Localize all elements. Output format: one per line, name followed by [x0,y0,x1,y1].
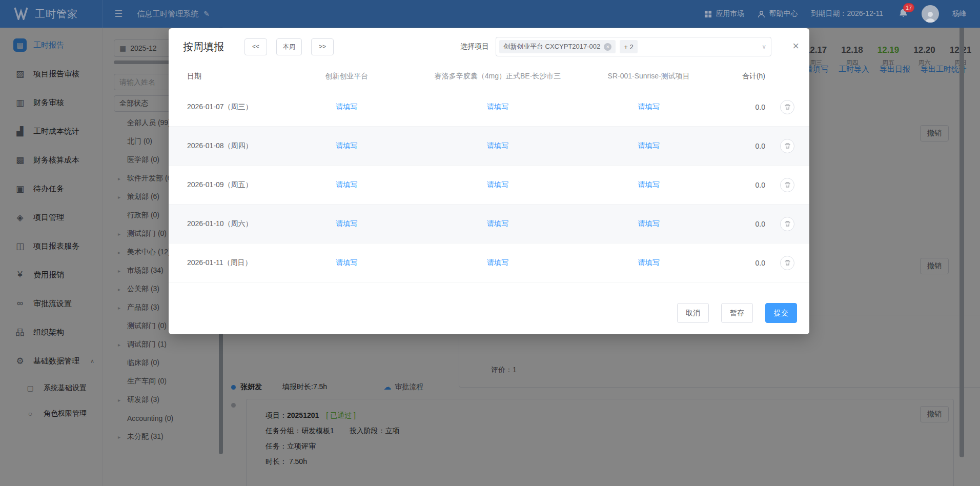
trash-icon [784,181,791,188]
fill-link[interactable]: 请填写 [487,219,508,228]
col-header-project-1: 创新创业平台 [271,72,422,81]
row-total: 0.0 [724,142,765,150]
edit-icon[interactable]: ✎ [203,10,210,18]
fill-link[interactable]: 请填写 [487,258,508,267]
delete-row-button[interactable] [780,217,794,231]
person-icon [758,10,765,18]
top-header: 工时管家 ☰ 信息工时管理系统 ✎ 应用市场 帮助中心 到期日期：2026-12… [0,0,980,28]
week-nav: << 本周 >> [244,38,334,55]
fill-link[interactable]: 请填写 [336,180,357,189]
delete-row-button[interactable] [780,100,794,114]
expiry-date: 到期日期：2026-12-11 [811,9,883,18]
fill-link[interactable]: 请填写 [638,180,660,189]
system-name-label: 信息工时管理系统 [137,9,198,19]
col-header-total: 合计(h) [724,72,765,81]
project-tag: 创新创业平台 CXCYPT2017-002 × [499,40,616,53]
row-date: 2026-01-10（周六） [169,219,271,229]
fill-link[interactable]: 请填写 [336,258,357,267]
week-row: 2026-01-08（周四） 请填写 请填写 请填写 0.0 [169,127,809,166]
dialog-title: 按周填报 [183,40,224,54]
row-date: 2026-01-07（周三） [169,103,271,112]
project-picker: 选择项目 创新创业平台 CXCYPT2017-002 × + 2 ∨ [460,37,771,56]
hold-button[interactable]: 暂存 [721,303,753,323]
fill-link[interactable]: 请填写 [336,219,357,228]
current-week-button[interactable]: 本周 [276,38,302,55]
hamburger-icon[interactable]: ☰ [114,8,122,19]
week-table: 日期 创新创业平台 赛洛多辛胶囊（4mg）正式BE-长沙市三 SR-001-Su… [169,65,809,282]
logo-w-icon [13,7,29,22]
notification-bell[interactable]: 17 [899,8,908,19]
notification-badge: 17 [903,3,914,12]
dialog-footer: 取消 暂存 提交 [677,303,797,323]
delete-row-button[interactable] [780,178,794,192]
row-date: 2026-01-09（周五） [169,180,271,190]
dialog-header: 按周填报 << 本周 >> 选择项目 创新创业平台 CXCYPT2017-002… [169,28,809,65]
row-date: 2026-01-11（周日） [169,258,271,268]
week-row: 2026-01-11（周日） 请填写 请填写 请填写 0.0 [169,244,809,282]
row-date: 2026-01-08（周四） [169,141,271,151]
week-row: 2026-01-10（周六） 请填写 请填写 请填写 0.0 [169,205,809,244]
topbar-divider [103,0,103,28]
fill-link[interactable]: 请填写 [638,103,660,111]
fill-link[interactable]: 请填写 [487,141,508,150]
week-row: 2026-01-07（周三） 请填写 请填写 请填写 0.0 [169,88,809,127]
trash-icon [784,259,791,266]
weekly-fill-dialog: 按周填报 << 本周 >> 选择项目 创新创业平台 CXCYPT2017-002… [169,28,809,334]
more-projects-tag: + 2 [620,40,637,53]
fill-link[interactable]: 请填写 [638,141,660,150]
row-total: 0.0 [724,181,765,189]
submit-button[interactable]: 提交 [765,303,797,323]
row-total: 0.0 [724,220,765,228]
row-total: 0.0 [724,103,765,111]
col-header-date: 日期 [169,72,271,81]
fill-link[interactable]: 请填写 [487,103,508,111]
app-market-link[interactable]: 应用市场 [704,9,744,18]
prev-week-button[interactable]: << [244,38,267,55]
week-table-header: 日期 创新创业平台 赛洛多辛胶囊（4mg）正式BE-长沙市三 SR-001-Su… [169,65,809,88]
project-multiselect[interactable]: 创新创业平台 CXCYPT2017-002 × + 2 ∨ [496,37,771,56]
trash-icon [784,104,791,110]
fill-link[interactable]: 请填写 [336,103,357,111]
close-icon[interactable]: × [792,40,799,52]
app-title: 工时管家 [35,7,78,21]
user-name: 杨峰 [952,9,967,18]
delete-row-button[interactable] [780,256,794,270]
trash-icon [784,220,791,227]
chevron-down-icon: ∨ [762,43,766,50]
avatar[interactable] [922,5,939,23]
tag-close-icon[interactable]: × [604,43,611,51]
fill-link[interactable]: 请填写 [336,141,357,150]
col-header-project-3: SR-001-Sunrise-测试项目 [573,72,724,81]
fill-link[interactable]: 请填写 [638,219,660,228]
page: 工时管家 ☰ 信息工时管理系统 ✎ 应用市场 帮助中心 到期日期：2026-12… [0,0,980,486]
cancel-button[interactable]: 取消 [677,303,709,323]
week-table-body: 2026-01-07（周三） 请填写 请填写 请填写 0.0 2026- [169,88,809,282]
delete-row-button[interactable] [780,139,794,153]
grid-icon [704,10,712,18]
fill-link[interactable]: 请填写 [487,180,508,189]
project-select-label: 选择项目 [460,42,489,51]
week-row: 2026-01-09（周五） 请填写 请填写 请填写 0.0 [169,166,809,205]
help-center-link[interactable]: 帮助中心 [758,9,798,18]
logo: 工时管家 [0,7,103,22]
trash-icon [784,143,791,149]
fill-link[interactable]: 请填写 [638,258,660,267]
system-name: 信息工时管理系统 ✎ [137,9,210,19]
col-header-project-2: 赛洛多辛胶囊（4mg）正式BE-长沙市三 [422,72,574,81]
next-week-button[interactable]: >> [311,38,334,55]
row-total: 0.0 [724,259,765,267]
